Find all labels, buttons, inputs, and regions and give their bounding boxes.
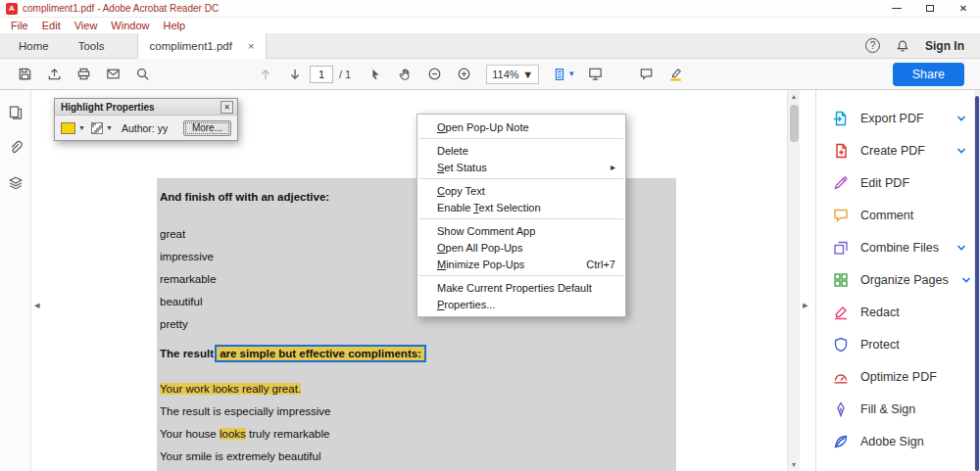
tool-redact[interactable]: Redact [816, 296, 980, 328]
zoom-out-button[interactable] [419, 62, 449, 87]
highlight-annotation[interactable]: Your work looks really great. [160, 383, 301, 395]
tool-label: Organize Pages [860, 273, 949, 287]
expand-right-panel-icon[interactable]: ▸ [803, 299, 808, 311]
tools-panel-scrollbar-thumb[interactable] [975, 96, 979, 471]
zoom-level-select[interactable]: 114% ▼ [486, 65, 539, 84]
menu-file[interactable]: File [4, 18, 35, 33]
page-thumbnails-icon[interactable] [6, 104, 25, 121]
previous-page-button[interactable] [251, 62, 280, 87]
tool-export-pdf[interactable]: Export PDF [816, 102, 980, 134]
upload-icon[interactable] [39, 62, 69, 87]
context-menu-item-copy-text[interactable]: Copy Text [417, 182, 625, 199]
tool-label: Comment [860, 209, 913, 222]
email-button[interactable] [98, 62, 127, 87]
page-number-input[interactable] [310, 66, 333, 83]
sign-in-button[interactable]: Sign In [925, 39, 964, 53]
tab-tools[interactable]: Tools [64, 33, 120, 58]
menu-window[interactable]: Window [104, 18, 156, 33]
tab-close-icon[interactable]: × [248, 40, 254, 52]
chevron-down-icon[interactable]: ▼ [78, 124, 85, 131]
print-button[interactable] [69, 62, 98, 87]
presentation-mode-button[interactable] [580, 62, 610, 87]
tool-combine-files[interactable]: Combine Files [816, 231, 980, 263]
tab-home[interactable]: Home [4, 33, 64, 58]
highlight-annotation[interactable]: looks [220, 428, 246, 440]
tool-adobe-sign[interactable]: Adobe Sign [816, 425, 980, 457]
layers-icon[interactable] [6, 174, 25, 192]
context-menu-item-set-status[interactable]: Set Status▸ [417, 159, 625, 175]
close-button[interactable]: ✕ [947, 0, 980, 18]
minimize-button[interactable] [880, 0, 913, 18]
tool-comment[interactable]: Comment [816, 199, 980, 231]
more-button[interactable]: More... [183, 120, 231, 136]
menu-help[interactable]: Help [156, 18, 192, 33]
scroll-down-icon[interactable]: ▼ [788, 458, 800, 471]
context-menu-item-open-all-pop-ups[interactable]: Open All Pop-Ups [417, 239, 625, 256]
chevron-down-icon[interactable] [955, 144, 968, 158]
chevron-down-icon[interactable] [955, 112, 968, 125]
tool-optimize-pdf[interactable]: Optimize PDF [816, 360, 980, 393]
context-menu-item-enable-text-selection[interactable]: Enable Text Selection [417, 199, 625, 215]
context-menu-item-label: Minimize Pop-Ups [437, 259, 524, 270]
hand-tool-button[interactable] [390, 62, 419, 87]
notifications-bell-icon[interactable] [894, 33, 911, 59]
tools-panel-scrollbar[interactable] [974, 90, 980, 471]
help-icon[interactable]: ? [865, 38, 880, 53]
tool-protect[interactable]: Protect [816, 328, 980, 360]
share-button[interactable]: Share [893, 63, 964, 86]
chevron-down-icon[interactable] [955, 241, 968, 255]
submenu-arrow-icon: ▸ [611, 162, 615, 172]
left-navigation-rail [0, 90, 31, 471]
comment-tool-icon [832, 207, 850, 224]
menu-view[interactable]: View [68, 18, 105, 33]
scrollbar-thumb[interactable] [790, 105, 799, 142]
tool-fill-sign[interactable]: Fill & Sign [816, 393, 980, 425]
page-display-button[interactable]: ▼ [547, 62, 580, 87]
scroll-up-icon[interactable]: ▲ [788, 90, 800, 103]
zoom-in-button[interactable] [449, 62, 478, 87]
tool-label: Fill & Sign [860, 402, 915, 416]
highlighter-tool-button[interactable] [661, 62, 690, 87]
minimize-icon [892, 8, 902, 9]
context-menu-item-minimize-pop-ups[interactable]: Minimize Pop-UpsCtrl+7 [417, 256, 625, 272]
dialog-close-button[interactable]: ✕ [220, 101, 233, 114]
tool-edit-pdf[interactable]: Edit PDF [816, 166, 980, 199]
sentence-text: Your smile is extremely beautiful [160, 450, 320, 462]
chevron-down-icon: ▼ [522, 69, 533, 80]
chevron-down-icon[interactable]: ▼ [106, 124, 113, 131]
context-menu-item-properties[interactable]: Properties... [417, 296, 625, 312]
collapse-left-panel-icon[interactable]: ◂ [34, 299, 40, 311]
attachments-paperclip-icon[interactable] [6, 139, 25, 157]
next-page-button[interactable] [280, 62, 310, 87]
tool-create-pdf[interactable]: Create PDF [816, 134, 980, 166]
menu-edit[interactable]: Edit [35, 18, 68, 33]
context-menu-item-delete[interactable]: Delete [417, 142, 625, 159]
opacity-pattern-icon[interactable] [91, 122, 103, 134]
menu-shortcut: Ctrl+7 [586, 259, 615, 270]
highlight-color-swatch[interactable] [61, 122, 75, 134]
sentence-list: Your work looks really great.The result … [160, 382, 676, 464]
context-menu: Open Pop-Up NoteDeleteSet Status▸Copy Te… [416, 114, 626, 317]
sentence-line: Your house looks truly remarkable [160, 427, 676, 442]
sentence-text: The result is especially impressive [160, 405, 330, 417]
acrobat-window: A compliment1.pdf - Adobe Acrobat Reader… [0, 0, 980, 471]
context-menu-item-open-pop-up-note[interactable]: Open Pop-Up Note [417, 118, 625, 135]
adobesign-tool-icon [832, 433, 850, 450]
highlight-properties-dialog: Highlight Properties ✕ ▼ ▼ Author: yy Mo… [54, 98, 238, 141]
context-menu-item-make-current-properties-default[interactable]: Make Current Properties Default [417, 279, 625, 296]
select-tool-button[interactable] [361, 62, 390, 87]
page-count-label: / 1 [339, 69, 351, 80]
maximize-button[interactable] [913, 0, 947, 18]
tool-organize-pages[interactable]: Organize Pages [816, 263, 980, 296]
save-button[interactable] [10, 62, 39, 87]
selected-highlight-annotation[interactable]: are simple but effective compliments: [217, 347, 424, 360]
document-scrollbar[interactable]: ▲ ▼ [787, 90, 800, 471]
menu-divider [419, 138, 623, 139]
comment-tool-button[interactable] [631, 62, 661, 87]
search-icon[interactable] [127, 62, 157, 87]
context-menu-item-label: Open Pop-Up Note [437, 121, 529, 133]
dialog-title-bar[interactable]: Highlight Properties ✕ [55, 99, 237, 116]
tab-document[interactable]: compliment1.pdf × [137, 33, 268, 59]
context-menu-item-show-comment-app[interactable]: Show Comment App [417, 222, 625, 239]
chevron-down-icon[interactable] [959, 273, 973, 287]
